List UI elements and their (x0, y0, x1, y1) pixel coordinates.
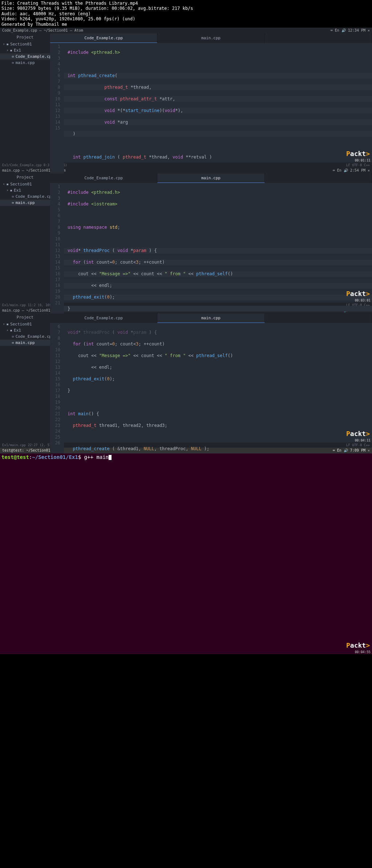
packt-watermark: Packt> (346, 641, 370, 649)
video-timestamp: 00:03:01 (355, 299, 371, 302)
sidebar-header: Project (0, 33, 50, 41)
file-metadata: File: Creating Threads with the Pthreads… (0, 0, 372, 28)
terminal-prompt-user: test@test (1, 454, 29, 460)
terminal-prompt-path: ~/Section01/Ex1 (32, 454, 78, 460)
tree-file-main[interactable]: ▫ main.cpp (0, 340, 50, 346)
chevron-down-icon: ▾ (3, 42, 5, 46)
chevron-down-icon: ▾ (7, 188, 8, 192)
tab-code-example[interactable]: Code_Example.cpp (50, 33, 157, 43)
packt-watermark: Packt> (346, 430, 370, 437)
sidebar: Project ▾▪ Section01 ▾▪ Ex1 ▫ Code_Examp… (0, 33, 50, 163)
status-left: Ex1/main.cpp 22:27 (2, 57) (2, 443, 53, 447)
chevron-down-icon: ▾ (3, 182, 5, 186)
packt-watermark: Packt> (346, 150, 370, 157)
tree-project[interactable]: ▾▪ Section01 (0, 321, 50, 327)
tab-code-example[interactable]: Code_Example.cpp (50, 313, 157, 323)
tab-bar: Code_Example.cpp main.cpp (50, 33, 372, 43)
terminal-command: g++ main (84, 454, 109, 460)
tree-folder[interactable]: ▾▪ Ex1 (0, 47, 50, 53)
terminal[interactable]: test@test:~/Section01/Ex1$ g++ main Pack… (0, 453, 372, 654)
tab-bar: Code_Example.cpp main.cpp (50, 173, 372, 183)
sidebar: Project ▾▪ Section01 ▾▪ Ex1 ▫ Code_Examp… (0, 173, 50, 303)
tab-main[interactable]: main.cpp (157, 173, 264, 183)
lang-indicator: En (335, 28, 339, 32)
window-titlebar: Code_Example.cpp — ~/Section01 — Atom ⌨ … (0, 28, 372, 33)
clock: 12:34 PM (348, 28, 365, 32)
tab-empty (265, 33, 372, 43)
tree-project[interactable]: ▾▪ Section01 (0, 181, 50, 187)
tab-code-example[interactable]: Code_Example.cpp (50, 173, 157, 183)
tab-empty (265, 313, 372, 323)
status-left: Ex1/main.cpp 11:2 (6, 169) (2, 303, 53, 307)
keyboard-icon: ⌨ (331, 28, 333, 32)
tab-bar: Code_Example.cpp main.cpp (50, 313, 372, 323)
tree-file-code-example[interactable]: ▫ Code_Example.cpp (0, 193, 50, 200)
tree-file-code-example[interactable]: ▫ Code_Example.cpp (0, 333, 50, 340)
tree-folder[interactable]: ▾▪ Ex1 (0, 327, 50, 333)
chevron-down-icon: ▾ (7, 48, 8, 52)
video-timestamp: 00:04:55 (355, 650, 371, 654)
tab-empty (265, 173, 372, 183)
meta-size: Size: 9802759 bytes (9.35 MiB), duration… (1, 6, 371, 11)
close-icon[interactable]: ✕ (368, 28, 370, 32)
tree-folder[interactable]: ▾▪ Ex1 (0, 187, 50, 193)
volume-icon: 🔊 (341, 28, 346, 32)
meta-video: Video: h264, yuv420p, 1920x1080, 25.00 f… (1, 16, 371, 21)
terminal-cursor (109, 455, 112, 460)
meta-gen: Generated by Thumbnail me (1, 22, 371, 27)
sidebar-header: Project (0, 173, 50, 181)
tab-main[interactable]: main.cpp (157, 313, 264, 323)
window-title: Code_Example.cpp — ~/Section01 — Atom (2, 28, 83, 32)
video-timestamp: 00:04:11 (355, 439, 371, 442)
sidebar-header: Project (0, 313, 50, 321)
tree-file-main[interactable]: ▫ main.cpp (0, 60, 50, 66)
tab-main[interactable]: main.cpp (157, 33, 264, 43)
meta-audio: Audio: aac, 48000 Hz, stereo (eng) (1, 11, 371, 16)
chevron-down-icon: ▾ (3, 322, 5, 326)
tree-file-main[interactable]: ▫ main.cpp (0, 200, 50, 206)
meta-file: File: Creating Threads with the Pthreads… (1, 1, 371, 6)
tree-file-code-example[interactable]: ▫ Code_Example.cpp (0, 53, 50, 60)
chevron-down-icon: ▾ (7, 328, 8, 332)
video-timestamp: 00:01:11 (355, 159, 371, 162)
sidebar: Project ▾▪ Section01 ▾▪ Ex1 ▫ Code_Examp… (0, 313, 50, 443)
packt-watermark: Packt> (346, 290, 370, 297)
tree-project[interactable]: ▾▪ Section01 (0, 41, 50, 47)
